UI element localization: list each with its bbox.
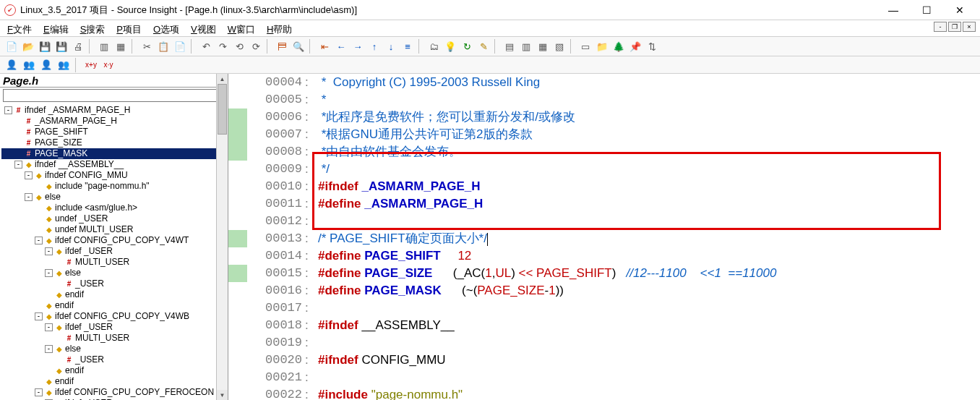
panel3-icon[interactable]: ▦: [536, 39, 550, 54]
code-line[interactable]: 00018:#ifndef __ASSEMBLY__: [228, 317, 980, 334]
nav-up-icon[interactable]: ↑: [367, 39, 382, 54]
copy-icon[interactable]: 📋: [156, 39, 171, 54]
menu-view[interactable]: V视图: [191, 23, 216, 36]
open-file-icon[interactable]: 📂: [21, 39, 35, 54]
symbol-filter-input[interactable]: [3, 89, 222, 102]
line-text[interactable]: #ifndef _ASMARM_PAGE_H: [318, 178, 980, 195]
code-editor[interactable]: 00004: * Copyright (C) 1995-2003 Russell…: [228, 74, 980, 400]
line-text[interactable]: [318, 213, 980, 230]
tree-row[interactable]: ◆undef _USER: [1, 213, 228, 224]
sym-person3-icon[interactable]: 👤: [39, 58, 53, 72]
scroll-down-icon[interactable]: ▼: [217, 390, 228, 400]
line-text[interactable]: * Copyright (C) 1995-2003 Russell King: [318, 74, 980, 91]
tree-row[interactable]: -◆else: [1, 192, 228, 203]
mdi-close-button[interactable]: ×: [963, 22, 976, 32]
code-line[interactable]: 00015:#define PAGE_SIZE (_AC(1,UL) << PA…: [228, 265, 980, 282]
line-text[interactable]: #define PAGE_SHIFT 12: [318, 247, 980, 265]
tree-row[interactable]: ◆include <asm/glue.h>: [1, 203, 228, 213]
line-text[interactable]: #ifndef __ASSEMBLY__: [318, 317, 980, 334]
nav-fwd-icon[interactable]: →: [351, 39, 365, 54]
scroll-up-icon[interactable]: ▲: [217, 74, 228, 84]
scroll-thumb[interactable]: [218, 84, 227, 135]
maximize-button[interactable]: ☐: [916, 3, 937, 17]
code-line[interactable]: 00006: *此程序是免费软件；您可以重新分发和/或修改: [228, 108, 980, 126]
nav-list-icon[interactable]: ≡: [400, 39, 415, 54]
window-grid-icon[interactable]: ▦: [113, 39, 128, 54]
code-line[interactable]: 00016:#define PAGE_MASK (~(PAGE_SIZE-1)): [228, 282, 980, 299]
tree-row[interactable]: #_ASMARM_PAGE_H: [1, 116, 228, 127]
tree-row[interactable]: -◆ifndef __ASSEMBLY__: [1, 159, 228, 170]
panel2-icon[interactable]: ▥: [519, 39, 533, 54]
collapse-icon[interactable]: -: [4, 106, 12, 114]
line-text[interactable]: [318, 299, 980, 317]
panel4-icon[interactable]: ▧: [552, 39, 567, 54]
tree-row[interactable]: -◆ifdef _USER: [1, 246, 228, 257]
line-text[interactable]: #define PAGE_MASK (~(PAGE_SIZE-1)): [318, 282, 980, 299]
line-text[interactable]: /* PAGE_SHIFT确定页面大小*/: [318, 230, 980, 247]
code-line[interactable]: 00013:/* PAGE_SHIFT确定页面大小*/: [228, 230, 980, 247]
code-line[interactable]: 00004: * Copyright (C) 1995-2003 Russell…: [228, 74, 980, 91]
tree-row[interactable]: ◆endif: [1, 376, 228, 387]
tree-row[interactable]: -◆else: [1, 344, 228, 354]
new-file-icon[interactable]: 📄: [4, 39, 19, 54]
code-line[interactable]: 00019:: [228, 334, 980, 352]
sym-xy-icon[interactable]: x+y: [84, 58, 98, 72]
sym-person4-icon[interactable]: 👥: [56, 58, 71, 72]
tree-row[interactable]: #PAGE_MASK: [1, 148, 228, 159]
refresh-icon[interactable]: ↻: [460, 39, 474, 54]
highlight-icon[interactable]: ✎: [476, 39, 491, 54]
code-line[interactable]: 00022:#include "page-nommu.h": [228, 386, 980, 400]
folder-icon[interactable]: 📁: [595, 39, 609, 54]
minimize-button[interactable]: ―: [883, 3, 903, 17]
collapse-icon[interactable]: -: [45, 247, 53, 255]
collapse-icon[interactable]: -: [35, 237, 43, 244]
context-icon[interactable]: ▭: [578, 39, 593, 54]
menu-edit[interactable]: E编辑: [43, 23, 69, 36]
tree-row[interactable]: #PAGE_SHIFT: [1, 127, 228, 137]
tree-row[interactable]: ◆undef MULTI_USER: [1, 224, 228, 235]
line-text[interactable]: *根据GNU通用公共许可证第2版的条款: [318, 126, 980, 143]
tree-row[interactable]: #_USER: [1, 354, 228, 365]
print-icon[interactable]: 🖨: [71, 39, 85, 54]
save-all-icon[interactable]: 💾: [54, 39, 69, 54]
menu-window[interactable]: W窗口: [228, 23, 255, 36]
code-line[interactable]: 00017:: [228, 299, 980, 317]
tree-row[interactable]: ◆endif: [1, 300, 228, 311]
line-text[interactable]: *此程序是免费软件；您可以重新分发和/或修改: [318, 108, 980, 126]
paste-icon[interactable]: 📄: [173, 39, 187, 54]
collapse-icon[interactable]: -: [45, 269, 53, 277]
panel1-icon[interactable]: ▤: [502, 39, 517, 54]
nav-down-icon[interactable]: ↓: [384, 39, 398, 54]
save-icon[interactable]: 💾: [38, 39, 52, 54]
mdi-minimize-button[interactable]: -: [934, 22, 947, 32]
sidebar-scrollbar[interactable]: ▲ ▼: [216, 74, 228, 400]
undo-all-icon[interactable]: ⟲: [232, 39, 246, 54]
menu-help[interactable]: H帮助: [267, 23, 292, 36]
code-line[interactable]: 00021:: [228, 369, 980, 386]
tree-row[interactable]: -#ifndef _ASMARM_PAGE_H: [1, 105, 228, 116]
code-line[interactable]: 00020:#ifndef CONFIG_MMU: [228, 352, 980, 369]
tree-row[interactable]: ◆endif: [1, 365, 228, 376]
line-text[interactable]: [318, 369, 980, 386]
tree-row[interactable]: ◆include "page-nommu.h": [1, 181, 228, 192]
menu-project[interactable]: P项目: [116, 23, 142, 36]
nav-back-icon[interactable]: ←: [334, 39, 348, 54]
code-line[interactable]: 00010:#ifndef _ASMARM_PAGE_H: [228, 178, 980, 195]
line-text[interactable]: [318, 334, 980, 352]
line-text[interactable]: #include "page-nommu.h": [318, 386, 980, 400]
tree-row[interactable]: -◆else: [1, 268, 228, 278]
redo-all-icon[interactable]: ⟳: [249, 39, 263, 54]
tree-row[interactable]: -◆ifdef CONFIG_CPU_COPY_V4WB: [1, 311, 228, 322]
close-button[interactable]: ✕: [950, 3, 970, 17]
line-text[interactable]: */: [318, 161, 980, 178]
collapse-icon[interactable]: -: [35, 388, 43, 396]
pin-icon[interactable]: 📌: [628, 39, 642, 54]
relation-icon[interactable]: 🗂: [426, 39, 441, 54]
line-text[interactable]: #define PAGE_SIZE (_AC(1,UL) << PAGE_SHI…: [318, 265, 980, 282]
tree-row[interactable]: #PAGE_SIZE: [1, 137, 228, 148]
tree-row[interactable]: #MULTI_USER: [1, 333, 228, 344]
collapse-icon[interactable]: -: [25, 171, 33, 179]
sort-icon[interactable]: ⇅: [645, 39, 659, 54]
redo-icon[interactable]: ↷: [215, 39, 230, 54]
tree-row[interactable]: -◆ifdef CONFIG_CPU_COPY_V4WT: [1, 235, 228, 246]
